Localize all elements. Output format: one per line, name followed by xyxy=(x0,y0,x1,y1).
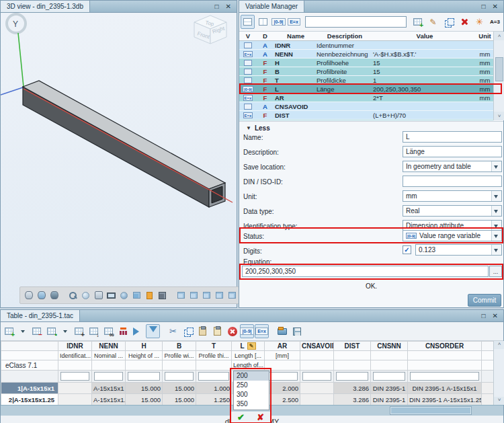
maximize-icon[interactable]: □ xyxy=(482,3,486,10)
split-horizontal-icon[interactable] xyxy=(241,15,255,29)
digits-checkbox[interactable]: ✓ xyxy=(403,245,411,254)
beam-top-face[interactable] xyxy=(23,81,225,189)
col-idnr[interactable]: IDNR xyxy=(58,342,92,351)
filter-cnsorder[interactable] xyxy=(408,371,482,383)
equation-field[interactable]: 200,250,300,350 xyxy=(242,266,489,277)
sheet-icon[interactable] xyxy=(144,289,155,302)
expression-toggle-icon[interactable]: E=x xyxy=(255,324,269,338)
filter-cnsnn[interactable] xyxy=(371,371,408,383)
col-v[interactable]: V xyxy=(239,32,257,40)
save-table-icon[interactable] xyxy=(290,324,304,338)
copy-icon[interactable] xyxy=(181,324,195,338)
status-select[interactable]: |0-9| Value range variable xyxy=(403,230,502,241)
filter-cnsavoid[interactable] xyxy=(300,371,334,383)
vm-scrollbar[interactable]: ˄ ˅ xyxy=(493,32,504,120)
section-view-icon[interactable] xyxy=(131,289,142,302)
value-range-toggle-icon[interactable]: |0-9| xyxy=(240,324,254,338)
col-cnsnn[interactable]: CNSNN xyxy=(371,342,408,351)
table-link-icon[interactable]: ∞ xyxy=(101,324,116,338)
iso-view-1-icon[interactable] xyxy=(175,289,187,302)
maximize-icon[interactable]: □ xyxy=(215,3,219,10)
table-tab[interactable]: Table - din_2395-1.tac xyxy=(1,310,80,321)
list-item[interactable]: 300 xyxy=(234,390,269,399)
variable-row-cnsavoid[interactable]: A CNSAVOID xyxy=(239,102,493,111)
col-t[interactable]: T xyxy=(196,342,232,351)
delete-row-icon[interactable]: − xyxy=(30,324,44,338)
variable-row-nenn[interactable]: E=x A NENN Nennbezeichnung 'A-$H.x$B.x$T… xyxy=(239,50,493,59)
scroll-up-icon[interactable]: ˄ xyxy=(494,32,504,40)
delete-variable-icon[interactable] xyxy=(457,15,471,29)
hidden-line-view-icon[interactable] xyxy=(48,289,60,302)
chevron-down-icon[interactable] xyxy=(491,191,501,201)
col-cnsorder[interactable]: CNSORDER xyxy=(408,342,482,351)
variable-row-ar[interactable]: E=x F AR 2*T mm xyxy=(239,93,493,102)
col-name[interactable]: Name xyxy=(274,32,317,40)
variable-row-t[interactable]: F T Profildicke 1 mm xyxy=(239,76,493,85)
paste-special-icon[interactable] xyxy=(210,324,224,338)
edit-variable-icon[interactable]: ✎ xyxy=(426,15,440,29)
iso-view-3-icon[interactable] xyxy=(201,289,212,302)
close-icon[interactable]: ✕ xyxy=(226,3,231,10)
search-input[interactable] xyxy=(305,16,407,28)
col-ar[interactable]: AR xyxy=(265,342,300,351)
iso-view-5-icon[interactable] xyxy=(226,289,238,302)
vm-tab[interactable]: Variable Manager xyxy=(239,1,304,12)
shaded-view-icon[interactable] xyxy=(36,289,47,302)
iso-view-2-icon[interactable] xyxy=(188,289,200,302)
scroll-up-icon[interactable]: ˄ xyxy=(494,341,504,349)
close-icon[interactable]: ✕ xyxy=(493,3,498,10)
scroll-down-icon[interactable]: ˅ xyxy=(494,112,504,120)
chevron-down-icon[interactable] xyxy=(491,206,501,216)
list-item[interactable]: 350 xyxy=(234,399,269,409)
filter-b[interactable] xyxy=(163,371,196,383)
3d-view-tab[interactable]: 3D view - din_2395-1.3db xyxy=(1,1,90,12)
equation-browse-button[interactable]: ... xyxy=(489,266,502,277)
expression-filter-icon[interactable]: E=x xyxy=(287,15,301,29)
delete-icon[interactable] xyxy=(225,324,239,338)
filter-nenn[interactable] xyxy=(92,371,126,383)
maximize-icon[interactable]: □ xyxy=(482,313,486,319)
digits-select[interactable]: 0.123 xyxy=(415,244,502,256)
description-field[interactable]: Länge xyxy=(403,146,502,157)
sphere-shading-icon[interactable] xyxy=(80,289,91,302)
filter-dist[interactable] xyxy=(334,371,371,383)
add-column-icon[interactable]: + xyxy=(72,324,86,338)
cut-icon[interactable]: ✂ xyxy=(166,324,180,338)
chevron-down-icon[interactable] xyxy=(491,231,501,241)
hierarchy-icon[interactable] xyxy=(116,324,130,338)
cancel-icon[interactable]: ✘ xyxy=(257,412,264,422)
step-right-icon[interactable] xyxy=(131,324,145,338)
paste-icon[interactable] xyxy=(196,324,210,338)
variable-row-partial[interactable]: E=x CNSNN 'DIN 2395-1' xyxy=(239,120,493,120)
solid-view-icon[interactable] xyxy=(157,289,168,302)
add-variable-icon[interactable]: + xyxy=(411,15,425,29)
variable-row-h[interactable]: F H Profilhoehe 15 mm xyxy=(239,59,493,67)
table-scrollbar[interactable]: ˄ ˅ xyxy=(493,341,504,405)
step-down-icon[interactable] xyxy=(146,324,160,338)
zoom-icon[interactable] xyxy=(67,289,79,302)
list-item[interactable]: 250 xyxy=(234,381,269,390)
commit-button[interactable]: Commit xyxy=(468,294,501,307)
accept-icon[interactable]: ✔ xyxy=(237,412,245,422)
add-row-icon[interactable]: + xyxy=(2,324,16,338)
name-field[interactable]: L xyxy=(403,131,502,143)
variable-row-dist[interactable]: E=x F DIST (L+B+H)/70 xyxy=(239,111,493,120)
vm-scrollbar-thumb[interactable] xyxy=(495,57,503,81)
variable-row-l-selected[interactable]: |0-9| F L Länge 200,250,300,350 mm xyxy=(239,85,493,93)
col-h[interactable]: H xyxy=(126,342,163,351)
value-range-filter-icon[interactable]: |0-9| xyxy=(271,15,286,29)
settings-icon[interactable]: ✳ xyxy=(472,15,487,29)
iso-view-4-icon[interactable] xyxy=(214,289,225,302)
move-column-icon[interactable]: ↓ xyxy=(87,324,101,338)
unit-select[interactable]: mm xyxy=(403,190,502,202)
insert-table-icon[interactable]: ▪ xyxy=(44,324,58,338)
col-l[interactable]: L✎ xyxy=(232,342,265,351)
col-unit[interactable]: Unit xyxy=(476,32,493,40)
render-mode-icon[interactable] xyxy=(93,289,104,302)
wireframe-view-icon[interactable] xyxy=(23,289,34,302)
chevron-down-icon[interactable] xyxy=(491,221,501,231)
insert-table-dropdown-icon[interactable] xyxy=(59,325,71,338)
3d-viewport[interactable]: Y Top Front xyxy=(1,13,237,307)
open-table-icon[interactable] xyxy=(275,324,289,338)
less-expander[interactable]: ▼ Less xyxy=(246,124,270,132)
